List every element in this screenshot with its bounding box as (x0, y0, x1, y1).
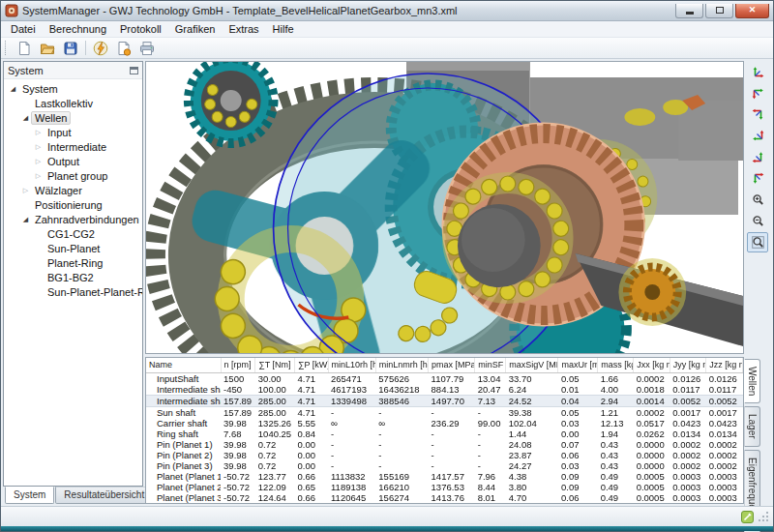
tree-item-intermediate[interactable]: ▷Intermediate (4, 139, 142, 154)
table-row-pin-planet-3[interactable]: Pin (Planet 3)39.980.720.00----24.270.03… (146, 460, 743, 471)
column-header-t-nm[interactable]: ∑T [Nm] (255, 358, 295, 373)
toolbar-grip[interactable] (5, 41, 9, 55)
cell-value: 3.80 (506, 482, 558, 492)
cell-value: 157.89 (221, 407, 255, 419)
cell-value: 0.0017 (670, 407, 706, 419)
save-file-button[interactable] (60, 39, 81, 57)
tree-collapsed-icon[interactable]: ▷ (33, 129, 44, 135)
table-row-pin-planet-1[interactable]: Pin (Planet 1)39.980.720.00----24.080.07… (146, 439, 743, 450)
tree-item-lastkollektiv[interactable]: Lastkollektiv (4, 96, 142, 110)
cell-value: 0.0017 (706, 407, 743, 419)
results-tab-lager[interactable]: Lager (744, 406, 760, 447)
column-header-n-rpm[interactable]: n [rpm] (221, 358, 255, 373)
cell-value: 0.0014 (634, 396, 670, 407)
menu-hilfe[interactable]: Hilfe (266, 22, 301, 36)
menu-berechnung[interactable]: Berechnung (43, 22, 113, 36)
cell-value: 39.98 (221, 418, 255, 429)
tree-item-wälzlager[interactable]: ▷Wälzlager (4, 183, 142, 197)
system-panel: System ◢SystemLastkollektiv◢Wellen▷Input… (3, 61, 143, 504)
tree-item-label: Input (44, 126, 74, 139)
column-header-maxsigv-mpa[interactable]: maxSigV [MPa] (506, 358, 558, 373)
tree-item-wellen[interactable]: ◢Wellen (4, 110, 142, 125)
panel-tab-resultateübersicht[interactable]: Resultateübersicht (55, 487, 153, 504)
column-header-jyy-kg-m[interactable]: Jyy [kg m²] (670, 358, 706, 373)
column-header-minl10rh-h[interactable]: minL10rh [h] (328, 358, 375, 373)
table-row-carrier-shaft[interactable]: Carrier shaft39.981325.265.55∞∞236.2999.… (146, 418, 743, 429)
minimize-button[interactable] (675, 4, 703, 18)
tree-collapsed-icon[interactable]: ▷ (33, 158, 44, 164)
cell-name: Carrier shaft (146, 418, 221, 429)
cell-value: 388546 (375, 396, 428, 407)
tree-collapsed-icon[interactable]: ▷ (33, 172, 44, 179)
column-header-p-kw[interactable]: ∑P [kW] (295, 358, 329, 373)
table-row-intermediate-shaft[interactable]: Intermediate shaft-450100.004.7146171931… (146, 384, 743, 396)
column-header-minlnmrh-h[interactable]: minLnmrh [h] (375, 358, 428, 373)
report-button[interactable] (113, 39, 134, 57)
tree-collapsed-icon[interactable]: ▷ (33, 143, 44, 150)
table-row-inputshaft[interactable]: InputShaft150030.004.712654715756261107.… (146, 373, 743, 385)
view-orientation-top-icon[interactable] (747, 147, 768, 167)
column-header-pmax-mpa[interactable]: pmax [MPa] (429, 358, 475, 373)
column-header-jzz-kg-m[interactable]: Jzz [kg m²] (706, 358, 743, 373)
tree-item-planet-group[interactable]: ▷Planet group (4, 168, 142, 183)
column-header-mass-kg[interactable]: mass [kg] (598, 358, 634, 373)
menu-extras[interactable]: Extras (222, 22, 265, 36)
tree-item-planet-ring[interactable]: Planet-Ring (4, 255, 142, 270)
menu-protokoll[interactable]: Protokoll (113, 22, 168, 36)
cell-value: 7.96 (475, 471, 506, 482)
resize-grip[interactable] (759, 512, 769, 522)
tree-item-sun-planet[interactable]: Sun-Planet (4, 241, 142, 255)
menu-datei[interactable]: Datei (4, 22, 43, 36)
zoom-in-icon[interactable] (747, 190, 768, 210)
tree-item-bg1-bg2[interactable]: BG1-BG2 (4, 270, 142, 284)
view-orientation-left-icon[interactable] (747, 104, 768, 125)
table-row-pin-planet-2[interactable]: Pin (Planet 2)39.980.720.00----23.870.06… (146, 450, 743, 460)
tree-expanded-icon[interactable]: ◢ (8, 85, 18, 92)
zoom-fit-icon[interactable] (747, 232, 768, 252)
print-button[interactable] (136, 39, 158, 57)
tree-item-sun-planet-planet-ring[interactable]: Sun-Planet-Planet-Ring (4, 284, 142, 299)
maximize-button[interactable] (705, 4, 733, 18)
column-header-maxur-mm[interactable]: maxUr [mm] (558, 358, 598, 373)
table-row-sun-shaft[interactable]: Sun shaft157.89285.004.71----39.380.051.… (146, 407, 743, 419)
view-orientation-back-icon[interactable] (747, 83, 768, 103)
table-row-planet-planet-1[interactable]: Planet (Planet 1)-50.72123.770.661113832… (146, 471, 743, 482)
tree-item-cg1-cg2[interactable]: CG1-CG2 (4, 226, 142, 241)
calculate-button[interactable] (90, 39, 111, 57)
cell-value: 1.21 (598, 407, 634, 419)
view-orientation-front-icon[interactable] (747, 62, 768, 82)
table-row-intermediate-shaft-2[interactable]: Intermediate shaft 2157.89285.004.711339… (146, 396, 743, 407)
view-orientation-iso-icon[interactable] (747, 168, 768, 189)
column-header-minsf[interactable]: minSF (475, 358, 506, 373)
tree-collapsed-icon[interactable]: ▷ (20, 187, 31, 193)
tree-expanded-icon[interactable]: ◢ (20, 114, 31, 121)
cell-value: 0.0018 (634, 384, 670, 396)
open-file-button[interactable] (37, 39, 58, 57)
tree-expanded-icon[interactable]: ◢ (20, 216, 31, 222)
panel-float-icon[interactable] (130, 67, 138, 74)
menu-grafiken[interactable]: Grafiken (168, 22, 223, 36)
table-row-planet-planet-3[interactable]: Planet (Planet 3)-50.72124.640.661120645… (146, 492, 743, 503)
new-file-button[interactable] (14, 39, 35, 57)
tree-item-zahnradverbindungen[interactable]: ◢Zahnradverbindungen (4, 212, 142, 226)
cell-value: 0.66 (295, 492, 329, 503)
tree-item-system[interactable]: ◢System (4, 81, 142, 96)
tree-item-output[interactable]: ▷Output (4, 154, 142, 168)
column-header-name[interactable]: Name (146, 358, 221, 373)
zoom-out-icon[interactable] (747, 211, 768, 231)
results-tab-wellen[interactable]: Wellen (744, 359, 760, 403)
cell-value: 24.08 (506, 439, 558, 450)
tree-item-positionierung[interactable]: Positionierung (4, 197, 142, 212)
column-header-jxx-kg-m[interactable]: Jxx [kg m²] (634, 358, 670, 373)
view-orientation-right-icon[interactable] (747, 126, 768, 146)
gearbox-3d-viewport[interactable] (145, 61, 744, 354)
tree-item-label: BG1-BG2 (44, 271, 98, 284)
cell-name: Pin (Planet 2) (146, 450, 221, 460)
table-row-ring-shaft[interactable]: Ring shaft7.681040.250.84----1.440.001.9… (146, 429, 743, 439)
close-button[interactable]: ✕ (735, 4, 769, 18)
license-status-icon[interactable] (741, 511, 754, 523)
tree-item-input[interactable]: ▷Input (4, 125, 142, 139)
table-row-planet-planet-2[interactable]: Planet (Planet 2)-50.72122.090.651189138… (146, 482, 743, 492)
cell-value: 0.0002 (706, 460, 743, 471)
panel-tab-system[interactable]: System (5, 487, 54, 504)
